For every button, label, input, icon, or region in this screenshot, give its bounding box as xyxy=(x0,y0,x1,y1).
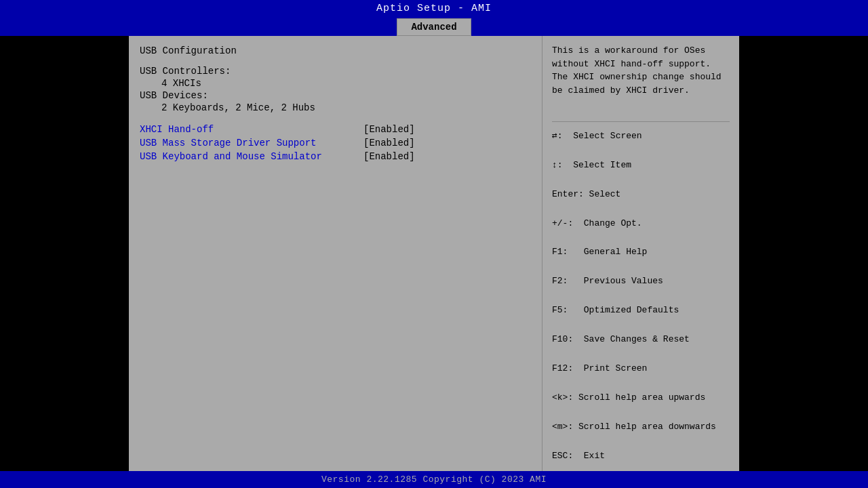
right-panel: This is a workaround for OSes without XH… xyxy=(542,36,739,471)
title-bar: Aptio Setup - AMI xyxy=(0,0,868,17)
usb-devices-value: 2 Keyboards, 2 Mice, 2 Hubs xyxy=(161,102,531,113)
shortcut-f1: F1: General Help xyxy=(552,245,730,259)
screen: Aptio Setup - AMI Advanced USB Configura… xyxy=(0,0,868,488)
shortcut-select-screen: ⇄: Select Screen xyxy=(552,129,730,143)
footer-text: Version 2.22.1285 Copyright (C) 2023 AMI xyxy=(321,474,547,485)
tab-advanced[interactable]: Advanced xyxy=(397,18,471,36)
shortcut-f12: F12: Print Screen xyxy=(552,361,730,375)
usb-devices-label: USB Devices: xyxy=(140,90,531,101)
shortcut-f5: F5: Optimized Defaults xyxy=(552,303,730,317)
footer: Version 2.22.1285 Copyright (C) 2023 AMI xyxy=(0,471,868,488)
shortcut-f10: F10: Save Changes & Reset xyxy=(552,332,730,346)
shortcut-k: <k>: Scroll help area upwards xyxy=(552,390,730,405)
xhci-handoff-value: [Enabled] xyxy=(363,124,415,135)
help-text: This is a workaround for OSes without XH… xyxy=(552,44,730,115)
usb-kbd-mouse-item[interactable]: USB Keyboard and Mouse Simulator [Enable… xyxy=(140,151,531,162)
shortcut-esc: ESC: Exit xyxy=(552,449,730,463)
usb-mass-storage-item[interactable]: USB Mass Storage Driver Support [Enabled… xyxy=(140,138,531,148)
usb-kbd-mouse-label: USB Keyboard and Mouse Simulator xyxy=(140,151,363,162)
divider xyxy=(552,121,730,122)
usb-mass-storage-value: [Enabled] xyxy=(363,138,415,148)
shortcut-f2: F2: Previous Values xyxy=(552,274,730,288)
xhci-handoff-item[interactable]: XHCI Hand-off [Enabled] xyxy=(140,124,531,135)
shortcut-change-opt: +/-: Change Opt. xyxy=(552,216,730,230)
tab-bar: Advanced xyxy=(0,17,868,36)
usb-kbd-mouse-value: [Enabled] xyxy=(363,151,415,162)
shortcut-m: <m>: Scroll help area downwards xyxy=(552,420,730,434)
shortcut-enter: Enter: Select xyxy=(552,187,730,201)
title-text: Aptio Setup - AMI xyxy=(376,3,492,14)
xhci-handoff-label: XHCI Hand-off xyxy=(140,124,363,135)
usb-controllers-value: 4 XHCIs xyxy=(161,78,531,89)
content-area: USB Configuration USB Controllers: 4 XHC… xyxy=(129,36,739,471)
usb-controllers-label: USB Controllers: xyxy=(140,66,531,77)
usb-mass-storage-label: USB Mass Storage Driver Support xyxy=(140,138,363,148)
shortcut-select-item: ↕: Select Item xyxy=(552,158,730,172)
shortcut-list: ⇄: Select Screen ↕: Select Item Enter: S… xyxy=(552,129,730,463)
left-panel: USB Configuration USB Controllers: 4 XHC… xyxy=(129,36,542,471)
section-title: USB Configuration xyxy=(140,45,531,56)
